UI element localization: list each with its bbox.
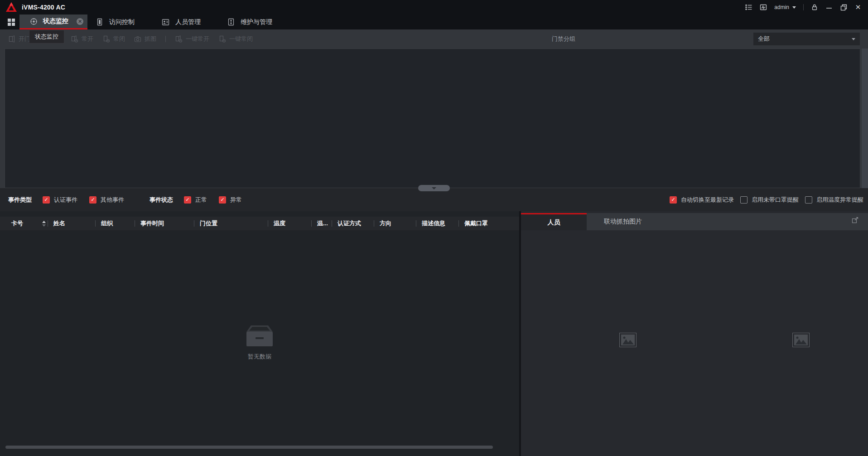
tab-person-management[interactable]: 人员管理	[153, 15, 219, 29]
door-group-select-value: 全部	[758, 35, 770, 43]
checkbox-abnormal[interactable]: ✓ 异常	[219, 196, 242, 204]
module-tab-bar: 状态监控 ✕ 访问控制	[0, 15, 868, 29]
minimize-button[interactable]	[825, 4, 833, 11]
event-list-icon[interactable]	[745, 4, 752, 11]
person-card-icon	[162, 19, 169, 26]
column-header-name[interactable]: 姓名	[48, 217, 95, 230]
checkbox-auth-events[interactable]: ✓ 认证事件	[43, 196, 77, 204]
chevron-down-icon	[792, 6, 796, 9]
event-filter-right: ✓ 自动切换至最新记录 ✓ 启用未带口罩提醒 ✓ 启用温度异常提醒	[670, 196, 863, 204]
checkbox-icon: ✓	[670, 196, 677, 204]
app-title: iVMS-4200 AC	[22, 4, 65, 11]
module-tabs: 状态监控 ✕ 访问控制	[19, 15, 285, 29]
vertical-scrollbar[interactable]	[862, 49, 868, 188]
remain-open-button[interactable]: 常开	[71, 35, 93, 43]
checkbox-label: 启用温度异常提醒	[816, 196, 863, 204]
column-header-auth-method[interactable]: 认证方式	[332, 217, 374, 230]
tab-maintenance-management[interactable]: 维护与管理	[219, 15, 285, 29]
checkbox-no-mask-reminder[interactable]: ✓ 启用未带口罩提醒	[740, 196, 799, 204]
detail-tab-strip: 人员 联动抓拍图片	[521, 213, 868, 230]
user-name: admin	[774, 4, 789, 10]
checkbox-normal[interactable]: ✓ 正常	[184, 196, 207, 204]
expand-panel-icon[interactable]	[852, 216, 859, 223]
toolbar-separator	[165, 36, 166, 42]
column-header-temperature[interactable]: 温度	[268, 217, 311, 230]
column-label: 佩戴口罩	[464, 219, 488, 228]
event-table-header: 卡号 姓名 组织 事件时间 门位置 温度 温... 认证方式 方向 描述信息	[0, 217, 519, 230]
checkbox-icon: ✓	[43, 196, 50, 204]
door-status-panel	[5, 49, 860, 188]
event-status-label: 事件状态	[149, 196, 173, 204]
checkbox-icon: ✓	[89, 196, 96, 204]
button-label: 一键常开	[186, 35, 209, 43]
column-header-door-location[interactable]: 门位置	[194, 217, 268, 230]
open-door-button[interactable]: 开门	[8, 35, 30, 43]
checkbox-label: 其他事件	[101, 196, 124, 204]
checkbox-icon: ✓	[805, 196, 812, 204]
column-label: 温...	[317, 219, 328, 228]
one-key-remain-closed-button[interactable]: 一键常闭	[218, 35, 253, 43]
checkbox-label: 启用未带口罩提醒	[752, 196, 799, 204]
tab-label: 联动抓拍图片	[604, 218, 642, 226]
column-header-wearing-mask[interactable]: 佩戴口罩	[458, 217, 519, 230]
column-label: 方向	[380, 219, 391, 228]
checkbox-abnormal-temp-reminder[interactable]: ✓ 启用温度异常提醒	[805, 196, 863, 204]
tab-label: 维护与管理	[241, 18, 272, 26]
checkbox-icon: ✓	[740, 196, 747, 204]
maximize-button[interactable]	[840, 4, 847, 11]
door-group-select[interactable]: 全部	[753, 33, 860, 45]
modules-grid-icon[interactable]	[5, 16, 17, 28]
empty-state: 暂无数据	[0, 325, 519, 361]
column-header-description[interactable]: 描述信息	[416, 217, 458, 230]
tab-label: 人员管理	[175, 18, 201, 26]
checkbox-icon: ✓	[219, 196, 226, 204]
event-detail-panel: 人员 联动抓拍图片	[521, 211, 868, 456]
column-label: 组织	[101, 219, 113, 228]
column-header-direction[interactable]: 方向	[374, 217, 416, 230]
event-table: 卡号 姓名 组织 事件时间 门位置 温度 温... 认证方式 方向 描述信息	[0, 211, 519, 456]
one-key-remain-open-button[interactable]: 一键常开	[175, 35, 209, 43]
tab-close-icon[interactable]: ✕	[77, 18, 83, 25]
capture-button[interactable]: 抓图	[134, 35, 156, 43]
titlebar-controls: admin ✕	[745, 4, 868, 11]
button-label: 常闭	[113, 35, 125, 43]
tab-linked-capture-pictures[interactable]: 联动抓拍图片	[587, 213, 666, 230]
app-logo-icon	[5, 2, 17, 13]
close-button[interactable]: ✕	[854, 4, 862, 11]
titlebar-separator	[803, 4, 804, 10]
chevron-down-icon	[432, 187, 436, 189]
chevron-down-icon	[852, 38, 855, 40]
tab-access-control[interactable]: 访问控制	[87, 15, 153, 29]
column-label: 温度	[274, 219, 285, 228]
tab-status-monitoring[interactable]: 状态监控 ✕	[19, 15, 87, 29]
access-door-icon	[96, 18, 103, 26]
tab-person[interactable]: 人员	[521, 213, 587, 230]
checkbox-other-events[interactable]: ✓ 其他事件	[89, 196, 124, 204]
status-monitor-icon	[30, 18, 38, 25]
user-menu[interactable]: admin	[774, 4, 796, 10]
lock-icon[interactable]	[811, 4, 818, 11]
column-header-event-time[interactable]: 事件时间	[135, 217, 194, 230]
door-toolbar: 开门 关门 常开 常闭	[0, 29, 868, 49]
checkbox-label: 异常	[230, 196, 242, 204]
capture-photo-placeholder	[792, 333, 810, 347]
button-label: 常开	[82, 35, 93, 43]
panel-collapse-handle[interactable]	[418, 185, 450, 191]
event-filter-bar: 事件类型 ✓ 认证事件 ✓ 其他事件 事件状态 ✓ 正常 ✓ 异常	[0, 188, 868, 211]
door-group-label: 门禁分组	[552, 29, 575, 49]
horizontal-scrollbar[interactable]	[5, 446, 493, 449]
remain-closed-button[interactable]: 常闭	[102, 35, 125, 43]
ivms-4200-window: iVMS-4200 AC admin	[0, 0, 868, 456]
column-header-temp-truncated[interactable]: 温...	[311, 217, 332, 230]
image-placeholder-icon	[792, 333, 810, 347]
column-label: 事件时间	[140, 219, 164, 228]
column-header-organization[interactable]: 组织	[95, 217, 135, 230]
column-label: 卡号	[11, 219, 23, 228]
sort-icon[interactable]	[42, 221, 46, 227]
checkbox-label: 自动切换至最新记录	[681, 196, 734, 204]
checkbox-auto-switch-latest[interactable]: ✓ 自动切换至最新记录	[670, 196, 734, 204]
status-chart-icon[interactable]	[760, 4, 767, 11]
column-header-card-no[interactable]: 卡号	[0, 217, 48, 230]
person-photo-placeholder	[619, 333, 637, 347]
checkbox-label: 正常	[195, 196, 207, 204]
